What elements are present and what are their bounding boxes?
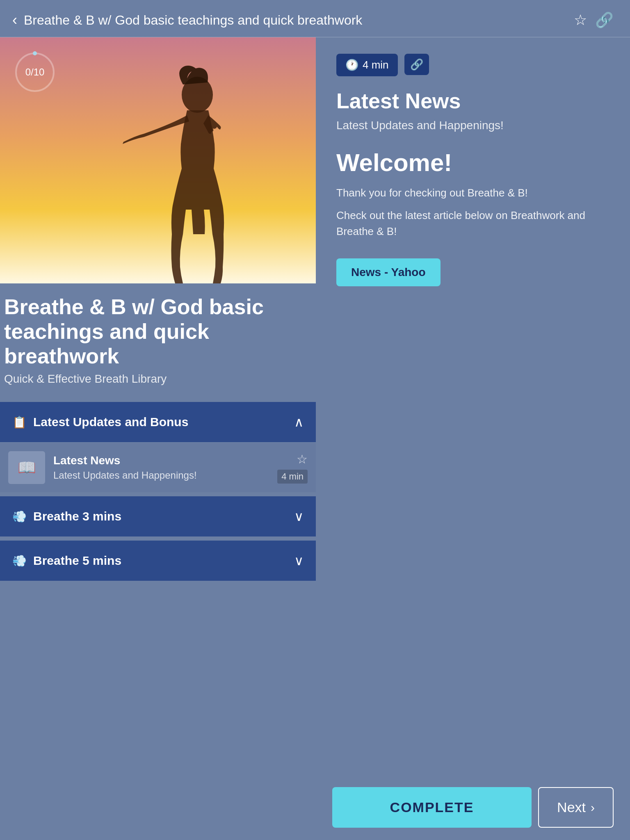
lesson-favorite-icon[interactable]: ☆ [297, 452, 308, 466]
chevron-down-icon: ∨ [294, 509, 304, 524]
accordion: 📋 Latest Updates and Bonus ∧ 📖 Latest Ne… [0, 402, 316, 581]
content-para-2: Check out the latest article below on Br… [336, 208, 609, 240]
right-panel: 🕐 4 min 🔗 Latest News Latest Updates and… [316, 37, 630, 582]
progress-circle: 0/10 [12, 50, 57, 95]
lesson-title: Latest News [53, 454, 269, 467]
left-panel: 0/10 [0, 37, 316, 582]
lesson-thumbnail: 📖 [8, 451, 45, 484]
lesson-item-latest-news[interactable]: 📖 Latest News Latest Updates and Happeni… [0, 443, 316, 492]
book-icon: 📖 [18, 459, 36, 476]
lesson-subtitle: Latest Updates and Happenings! [53, 470, 269, 481]
section-title: Latest News [336, 89, 609, 113]
header-left: ‹ Breathe & B w/ God basic teachings and… [12, 11, 362, 29]
accordion-section-breathe-5[interactable]: 💨 Breathe 5 mins ∨ [0, 541, 316, 581]
link-tag-icon: 🔗 [410, 58, 423, 71]
tags-row: 🕐 4 min 🔗 [336, 54, 609, 76]
welcome-title: Welcome! [336, 148, 609, 177]
yahoo-news-button[interactable]: News - Yahoo [336, 258, 441, 286]
accordion-section-breathe-3[interactable]: 💨 Breathe 3 mins ∨ [0, 496, 316, 536]
clock-icon: 🕐 [345, 59, 358, 71]
favorite-icon[interactable]: ☆ [574, 11, 587, 29]
section-icon-breathe5: 💨 [12, 554, 27, 568]
course-info: Breathe & B w/ God basic teachings and q… [0, 283, 316, 394]
chevron-down-icon-2: ∨ [294, 553, 304, 568]
time-tag-label: 4 min [363, 59, 389, 71]
lesson-right: ☆ 4 min [277, 452, 308, 484]
header-title: Breathe & B w/ God basic teachings and q… [24, 13, 362, 28]
back-button[interactable]: ‹ [12, 11, 17, 29]
course-subtitle: Quick & Effective Breath Library [4, 372, 304, 386]
section-label-breathe3: Breathe 3 mins [33, 509, 121, 523]
lesson-duration: 4 min [277, 470, 308, 484]
progress-text: 0/10 [25, 66, 45, 78]
svg-point-2 [33, 51, 37, 55]
accordion-section-latest-updates[interactable]: 📋 Latest Updates and Bonus ∧ [0, 402, 316, 442]
header: ‹ Breathe & B w/ God basic teachings and… [0, 0, 630, 37]
course-title: Breathe & B w/ God basic teachings and q… [4, 295, 304, 368]
section-label-breathe5: Breathe 5 mins [33, 554, 121, 568]
hero-image: 0/10 [0, 37, 316, 283]
content-para-1: Thank you for checking out Breathe & B! [336, 185, 609, 201]
hero-silhouette [111, 62, 267, 283]
complete-button[interactable]: COMPLETE [332, 787, 532, 828]
next-button[interactable]: Next › [538, 787, 614, 828]
header-right: ☆ 🔗 [574, 11, 614, 29]
section-label-latest: Latest Updates and Bonus [33, 415, 188, 429]
section-icon-latest: 📋 [12, 415, 27, 429]
main-layout: 0/10 [0, 37, 630, 582]
link-icon[interactable]: 🔗 [595, 11, 614, 29]
time-tag: 🕐 4 min [336, 54, 398, 76]
action-bar: COMPLETE Next › [316, 775, 630, 840]
chevron-up-icon: ∧ [294, 414, 304, 430]
next-chevron-icon: › [591, 801, 595, 815]
section-icon-breathe3: 💨 [12, 510, 27, 523]
link-tag[interactable]: 🔗 [404, 54, 429, 75]
section-subtitle: Latest Updates and Happenings! [336, 119, 609, 132]
next-label: Next [557, 799, 586, 815]
lesson-info: Latest News Latest Updates and Happening… [53, 454, 269, 481]
